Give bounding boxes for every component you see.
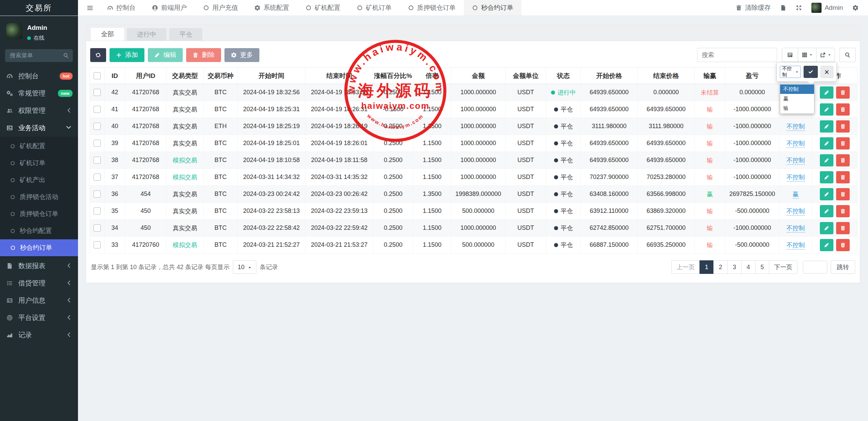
- tab-1[interactable]: 进行中: [127, 28, 166, 41]
- sidebar-item-2[interactable]: 权限管理: [0, 102, 78, 119]
- sidebar-subitem-3-2[interactable]: 矿机产出: [0, 172, 78, 188]
- control-editable-link[interactable]: 不控制: [787, 225, 805, 233]
- control-editable-link[interactable]: 不控制: [787, 157, 805, 165]
- row-delete-button[interactable]: [836, 137, 850, 149]
- row-delete-button[interactable]: [836, 154, 850, 166]
- control-editable-link[interactable]: 不控制: [787, 140, 805, 148]
- page-prev[interactable]: 上一页: [671, 260, 700, 274]
- control-editable-link[interactable]: 不控制: [787, 174, 805, 182]
- page-2[interactable]: 2: [713, 260, 728, 274]
- row-checkbox[interactable]: [94, 224, 101, 232]
- delete-button[interactable]: 删除: [186, 48, 221, 62]
- row-delete-button[interactable]: [836, 171, 850, 183]
- sidebar-subitem-3-0[interactable]: 矿机配置: [0, 138, 78, 155]
- sidebar-subitem-3-6[interactable]: 秒合约订单: [0, 239, 78, 256]
- row-checkbox[interactable]: [94, 123, 101, 130]
- row-delete-button[interactable]: [836, 205, 850, 217]
- common-search-toggle-button[interactable]: [782, 48, 798, 62]
- export-button[interactable]: [816, 48, 835, 62]
- add-button[interactable]: 添加: [110, 48, 144, 62]
- sidebar-subitem-3-5[interactable]: 秒合约配置: [0, 222, 78, 239]
- page-5[interactable]: 5: [755, 260, 769, 274]
- search-submit-button[interactable]: [840, 48, 856, 62]
- row-checkbox[interactable]: [94, 174, 101, 181]
- sidebar-item-6[interactable]: 用户信息: [0, 292, 78, 309]
- top-nav-item-1[interactable]: 前端用户: [144, 0, 195, 16]
- row-delete-button[interactable]: [836, 239, 850, 251]
- page-next[interactable]: 下一页: [769, 260, 797, 274]
- control-option-1[interactable]: 赢: [780, 94, 814, 103]
- row-edit-button[interactable]: [820, 86, 833, 99]
- sidebar-item-4[interactable]: 数据报表: [0, 257, 78, 275]
- row-edit-button[interactable]: [820, 154, 833, 166]
- sidebar-item-1[interactable]: 常规管理new: [0, 85, 78, 102]
- row-delete-button[interactable]: [836, 103, 850, 116]
- top-nav-item-4[interactable]: 矿机配置: [297, 0, 349, 16]
- clear-cache-button[interactable]: 清除缓存: [736, 3, 771, 12]
- row-delete-button[interactable]: [836, 222, 850, 234]
- sidebar-item-0[interactable]: 控制台hot: [0, 67, 78, 85]
- fullscreen-button[interactable]: [796, 5, 802, 11]
- row-edit-button[interactable]: [820, 188, 833, 200]
- row-checkbox[interactable]: [94, 207, 101, 215]
- columns-button[interactable]: [798, 48, 816, 62]
- control-editable-link[interactable]: 不控制: [787, 242, 805, 249]
- sidebar-item-3[interactable]: 业务活动: [0, 119, 78, 137]
- row-checkbox[interactable]: [94, 140, 101, 147]
- row-checkbox[interactable]: [94, 106, 101, 113]
- control-option-2[interactable]: 输: [780, 103, 814, 113]
- control-select[interactable]: 不控制: [780, 66, 801, 78]
- top-nav-item-3[interactable]: 系统配置: [246, 0, 297, 16]
- page-1[interactable]: 1: [699, 260, 714, 274]
- editor-confirm-button[interactable]: [804, 66, 818, 78]
- row-edit-button[interactable]: [820, 171, 833, 183]
- page-4[interactable]: 4: [741, 260, 755, 274]
- row-checkbox[interactable]: [94, 157, 101, 164]
- top-nav-item-5[interactable]: 矿机订单: [349, 0, 400, 16]
- row-edit-button[interactable]: [820, 239, 833, 251]
- edit-button[interactable]: 编辑: [148, 48, 183, 62]
- page-size-select[interactable]: 10: [233, 260, 256, 274]
- top-nav-item-0[interactable]: 控制台: [99, 0, 144, 16]
- row-delete-button[interactable]: [836, 188, 850, 200]
- row-checkbox[interactable]: [94, 89, 101, 96]
- select-all-checkbox[interactable]: [94, 72, 101, 79]
- tab-2[interactable]: 平仓: [169, 28, 202, 41]
- row-edit-button[interactable]: [820, 222, 833, 234]
- page-jump-button[interactable]: 跳转: [831, 260, 855, 274]
- sidebar-toggle-icon[interactable]: [81, 0, 99, 16]
- sidebar-item-7[interactable]: 平台设置: [0, 309, 78, 326]
- topbar-settings-button[interactable]: [852, 5, 859, 11]
- control-option-0[interactable]: 不控制: [780, 84, 814, 94]
- row-checkbox[interactable]: [94, 241, 101, 248]
- topbar-user[interactable]: Admin: [811, 3, 843, 13]
- row-edit-button[interactable]: [820, 120, 833, 133]
- sidebar-item-5[interactable]: 借贷管理: [0, 275, 78, 292]
- sidebar-subitem-3-4[interactable]: 质押锁仓订单: [0, 205, 78, 222]
- top-nav-item-7[interactable]: 秒合约订单: [464, 0, 521, 16]
- page-3[interactable]: 3: [727, 260, 742, 274]
- app-logo[interactable]: 交易所: [0, 0, 78, 16]
- control-editable-link[interactable]: 赢: [793, 191, 799, 199]
- table-search-input[interactable]: [697, 48, 777, 62]
- control-editable-link[interactable]: 不控制: [787, 123, 805, 131]
- row-edit-button[interactable]: [820, 205, 833, 217]
- top-nav-item-6[interactable]: 质押锁仓订单: [400, 0, 464, 16]
- page-refresh-button[interactable]: [780, 5, 786, 11]
- row-edit-button[interactable]: [820, 103, 833, 116]
- sidebar-item-8[interactable]: 记录: [0, 326, 78, 344]
- sidebar-subitem-3-3[interactable]: 质押锁仓活动: [0, 188, 78, 205]
- editor-cancel-button[interactable]: [821, 66, 833, 78]
- refresh-button[interactable]: [90, 48, 106, 62]
- more-button[interactable]: 更多: [224, 48, 259, 62]
- sidebar-subitem-3-1[interactable]: 矿机订单: [0, 155, 78, 172]
- tab-0[interactable]: 全部: [91, 28, 124, 41]
- row-checkbox[interactable]: [94, 191, 101, 198]
- page-jump-input[interactable]: [803, 261, 827, 274]
- row-delete-button[interactable]: [836, 86, 850, 99]
- menu-search-input[interactable]: [5, 49, 73, 62]
- top-nav-item-2[interactable]: 用户充值: [195, 0, 246, 16]
- row-delete-button[interactable]: [836, 120, 850, 133]
- row-edit-button[interactable]: [820, 137, 833, 149]
- control-editable-link[interactable]: 不控制: [787, 208, 805, 216]
